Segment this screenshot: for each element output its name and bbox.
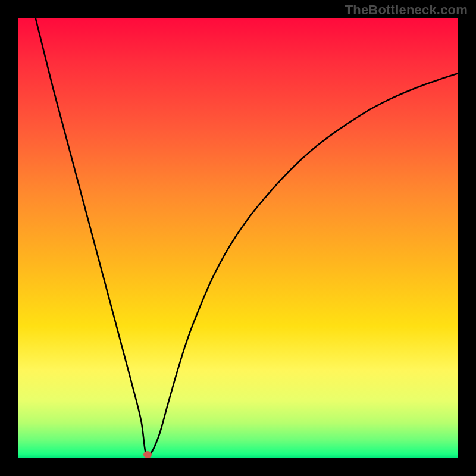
bottleneck-curve — [18, 18, 458, 458]
plot-area — [18, 18, 458, 458]
watermark-text: TheBottleneck.com — [345, 2, 468, 18]
minimum-point-marker — [143, 451, 152, 458]
chart-frame: TheBottleneck.com — [0, 0, 476, 476]
